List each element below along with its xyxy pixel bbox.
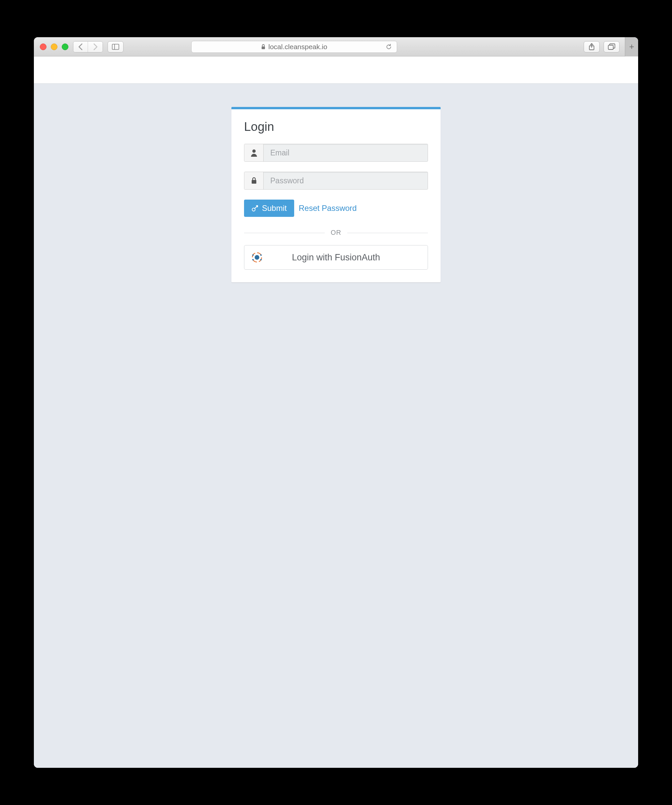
reload-icon[interactable] (386, 43, 392, 50)
maximize-window-icon[interactable] (62, 43, 68, 50)
sidebar-button[interactable] (108, 41, 123, 53)
page-content: Login Submit (34, 56, 638, 768)
svg-rect-4 (608, 45, 613, 49)
lock-icon (261, 44, 266, 50)
lock-icon (244, 172, 264, 189)
login-with-fusionauth-button[interactable]: Login with FusionAuth (244, 245, 428, 269)
divider-label: OR (325, 229, 347, 236)
svg-rect-6 (252, 180, 256, 184)
key-icon (251, 205, 259, 212)
svg-point-12 (252, 259, 254, 260)
email-field-group (244, 144, 428, 162)
svg-point-13 (260, 259, 261, 260)
svg-rect-2 (261, 46, 265, 49)
fusionauth-icon (250, 251, 264, 264)
svg-rect-0 (112, 44, 119, 49)
password-field-group (244, 172, 428, 190)
page-title: Login (244, 120, 428, 134)
window-controls (40, 43, 68, 50)
browser-window: local.cleanspeak.io + Login (34, 37, 638, 768)
nav-buttons (73, 41, 103, 53)
or-divider: OR (244, 229, 428, 237)
email-input[interactable] (264, 144, 428, 161)
tabs-button[interactable] (604, 41, 619, 53)
browser-chrome: local.cleanspeak.io + (34, 37, 638, 56)
svg-point-5 (252, 150, 256, 153)
password-input[interactable] (264, 172, 428, 189)
svg-point-10 (252, 255, 254, 256)
forward-button[interactable] (88, 41, 103, 52)
submit-label: Submit (262, 204, 287, 213)
url-text: local.cleanspeak.io (268, 43, 327, 51)
back-button[interactable] (73, 41, 88, 52)
user-icon (244, 144, 264, 161)
svg-point-11 (260, 255, 261, 256)
oauth-label: Login with FusionAuth (292, 252, 380, 263)
new-tab-button[interactable]: + (625, 37, 638, 56)
chrome-right: + (584, 37, 632, 56)
actions-row: Submit Reset Password (244, 200, 428, 217)
close-window-icon[interactable] (40, 43, 46, 50)
page-topbar (34, 56, 638, 84)
content-area: Login Submit (34, 84, 638, 768)
svg-point-9 (255, 255, 259, 260)
reset-password-link[interactable]: Reset Password (299, 204, 357, 213)
minimize-window-icon[interactable] (51, 43, 58, 50)
url-bar[interactable]: local.cleanspeak.io (191, 41, 397, 53)
share-button[interactable] (584, 41, 600, 53)
submit-button[interactable]: Submit (244, 200, 294, 217)
login-card: Login Submit (232, 107, 440, 282)
